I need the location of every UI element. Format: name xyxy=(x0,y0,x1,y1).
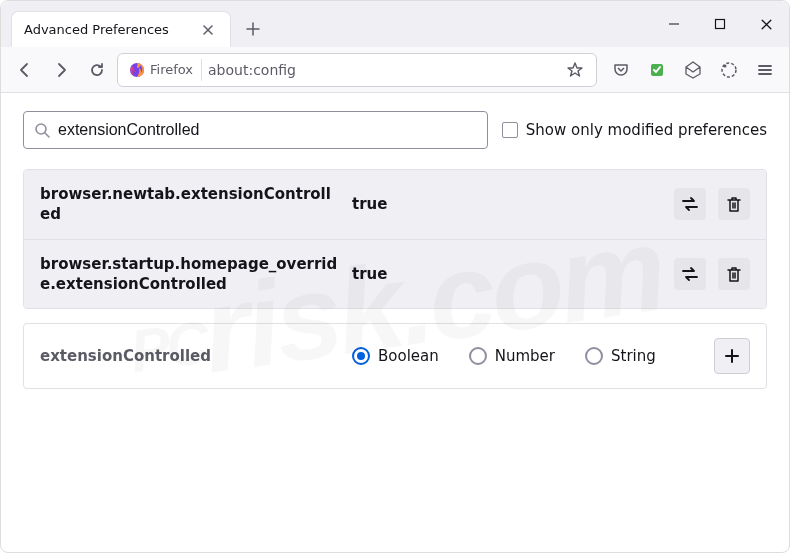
show-modified-checkbox[interactable]: Show only modified preferences xyxy=(502,121,767,139)
close-tab-button[interactable] xyxy=(198,20,218,40)
create-pref-row: extensionControlled Boolean Number Strin… xyxy=(23,323,767,389)
navbar: Firefox about:config xyxy=(1,47,789,93)
toolbar-icons xyxy=(605,54,781,86)
radio-icon xyxy=(585,347,603,365)
bookmark-star-icon[interactable] xyxy=(562,57,588,83)
maximize-button[interactable] xyxy=(697,1,743,47)
pref-value: true xyxy=(352,265,662,283)
radio-label: Number xyxy=(495,347,555,365)
create-pref-name: extensionControlled xyxy=(40,347,340,365)
radio-label: Boolean xyxy=(378,347,439,365)
browser-tab[interactable]: Advanced Preferences xyxy=(11,11,231,47)
search-row: Show only modified preferences xyxy=(23,111,767,149)
extension-icon[interactable] xyxy=(641,54,673,86)
toggle-button[interactable] xyxy=(674,258,706,290)
delete-button[interactable] xyxy=(718,258,750,290)
pref-name: browser.newtab.extensionControlled xyxy=(40,184,340,225)
type-radio-group: Boolean Number String xyxy=(352,347,702,365)
identity-label: Firefox xyxy=(150,62,193,77)
svg-rect-0 xyxy=(716,20,725,29)
aboutconfig-content: Show only modified preferences browser.n… xyxy=(1,93,789,407)
tab-title: Advanced Preferences xyxy=(24,22,190,37)
radio-number[interactable]: Number xyxy=(469,347,555,365)
pref-value: true xyxy=(352,195,662,213)
search-box[interactable] xyxy=(23,111,488,149)
new-tab-button[interactable] xyxy=(237,13,269,45)
show-modified-label: Show only modified preferences xyxy=(526,121,767,139)
url-text: about:config xyxy=(208,62,556,78)
radio-string[interactable]: String xyxy=(585,347,656,365)
close-window-button[interactable] xyxy=(743,1,789,47)
pref-actions xyxy=(674,188,750,220)
pref-name: browser.startup.homepage_override.extens… xyxy=(40,254,340,295)
checkbox-icon xyxy=(502,122,518,138)
radio-label: String xyxy=(611,347,656,365)
toggle-button[interactable] xyxy=(674,188,706,220)
search-icon xyxy=(34,122,50,138)
forward-button[interactable] xyxy=(45,54,77,86)
downloads-icon[interactable] xyxy=(713,54,745,86)
pref-row: browser.newtab.extensionControlled true xyxy=(24,170,766,240)
radio-icon xyxy=(352,347,370,365)
back-button[interactable] xyxy=(9,54,41,86)
reload-button[interactable] xyxy=(81,54,113,86)
identity-box[interactable]: Firefox xyxy=(126,59,202,81)
search-input[interactable] xyxy=(58,121,477,139)
titlebar: Advanced Preferences xyxy=(1,1,789,47)
pref-row: browser.startup.homepage_override.extens… xyxy=(24,240,766,309)
urlbar[interactable]: Firefox about:config xyxy=(117,53,597,87)
add-pref-button[interactable] xyxy=(714,338,750,374)
minimize-button[interactable] xyxy=(651,1,697,47)
account-icon[interactable] xyxy=(677,54,709,86)
menu-button[interactable] xyxy=(749,54,781,86)
pocket-icon[interactable] xyxy=(605,54,637,86)
svg-point-4 xyxy=(724,64,727,67)
radio-boolean[interactable]: Boolean xyxy=(352,347,439,365)
delete-button[interactable] xyxy=(718,188,750,220)
radio-icon xyxy=(469,347,487,365)
window-controls xyxy=(651,1,789,47)
firefox-logo-icon xyxy=(128,61,146,79)
pref-actions xyxy=(674,258,750,290)
pref-list: browser.newtab.extensionControlled true … xyxy=(23,169,767,309)
